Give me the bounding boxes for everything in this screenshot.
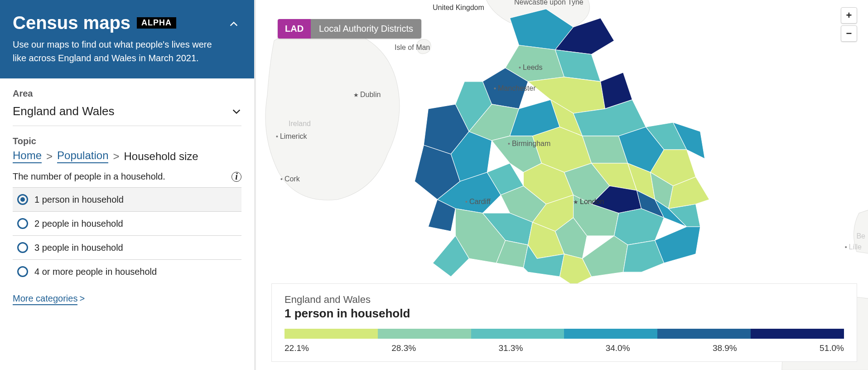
radio-icon [17, 242, 28, 253]
page-subtitle: Use our maps to find out what people's l… [13, 38, 226, 65]
legend-swatch [751, 329, 844, 339]
area-select[interactable]: England and Wales [13, 102, 241, 126]
title-text: Census maps [13, 13, 130, 33]
legend-swatch [657, 329, 751, 339]
area-label: Area [13, 88, 241, 99]
category-option-1[interactable]: 1 person in household [13, 188, 241, 212]
map-canvas[interactable]: LAD Local Authority Districts + − Newcas… [256, 0, 868, 370]
area-value: England and Wales [13, 104, 115, 118]
category-option-4[interactable]: 4 or more people in household [13, 260, 241, 283]
category-label: 4 or more people in household [34, 267, 157, 277]
legend-swatch [471, 329, 564, 339]
legend-color-bar [285, 329, 844, 339]
radio-icon [17, 266, 28, 277]
category-label: 1 person in household [34, 195, 124, 205]
legend-tick: 34.0% [606, 343, 630, 353]
breadcrumb-current: Household size [124, 150, 198, 163]
topic-section: Topic Home > Population > Household size… [0, 126, 254, 283]
topic-description-row: The number of people in a household. i [13, 171, 241, 182]
legend-topic: 1 person in household [285, 307, 844, 321]
more-categories-link[interactable]: More categories [13, 293, 77, 305]
legend-tick: 31.3% [498, 343, 523, 353]
topic-description: The number of people in a household. [13, 171, 165, 182]
zoom-in-button[interactable]: + [841, 7, 857, 24]
chevron-up-icon [229, 19, 239, 29]
chevron-down-icon [231, 107, 241, 117]
category-label: 2 people in household [34, 219, 123, 229]
legend-area: England and Wales [285, 294, 844, 306]
geography-code: LAD [278, 19, 311, 39]
legend-swatch [564, 329, 657, 339]
zoom-out-button[interactable]: − [841, 25, 857, 42]
map-legend: England and Wales 1 person in household … [271, 283, 857, 362]
legend-tick: 28.3% [391, 343, 416, 353]
legend-swatch [378, 329, 471, 339]
collapse-panel-button[interactable] [226, 16, 241, 32]
area-section: Area England and Wales [0, 78, 254, 126]
category-label: 3 people in household [34, 243, 123, 253]
sidebar-panel: Census maps ALPHA Use our maps to find o… [0, 0, 256, 370]
category-option-3[interactable]: 3 people in household [13, 236, 241, 260]
legend-swatch [285, 329, 378, 339]
geography-label: Local Authority Districts [311, 19, 421, 39]
phase-badge: ALPHA [137, 17, 176, 29]
breadcrumb: Home > Population > Household size [13, 149, 241, 163]
breadcrumb-population[interactable]: Population [57, 149, 108, 163]
legend-ticks: 22.1% 28.3% 31.3% 34.0% 38.9% 51.0% [285, 343, 844, 353]
page-title: Census maps ALPHA [13, 13, 241, 33]
legend-tick: 51.0% [820, 343, 844, 353]
breadcrumb-sep: > [46, 150, 53, 163]
radio-icon [17, 218, 28, 229]
zoom-controls: + − [841, 7, 857, 42]
radio-icon [17, 194, 28, 205]
legend-tick: 22.1% [285, 343, 309, 353]
chevron-right-icon: > [79, 293, 85, 303]
topic-label: Topic [13, 136, 241, 146]
hero: Census maps ALPHA Use our maps to find o… [0, 0, 254, 78]
breadcrumb-sep: > [113, 150, 119, 163]
legend-tick: 38.9% [713, 343, 737, 353]
breadcrumb-home[interactable]: Home [13, 149, 42, 163]
geography-chip[interactable]: LAD Local Authority Districts [278, 19, 421, 39]
category-option-2[interactable]: 2 people in household [13, 212, 241, 236]
category-radio-list: 1 person in household 2 people in househ… [13, 187, 241, 283]
info-icon[interactable]: i [231, 172, 241, 182]
